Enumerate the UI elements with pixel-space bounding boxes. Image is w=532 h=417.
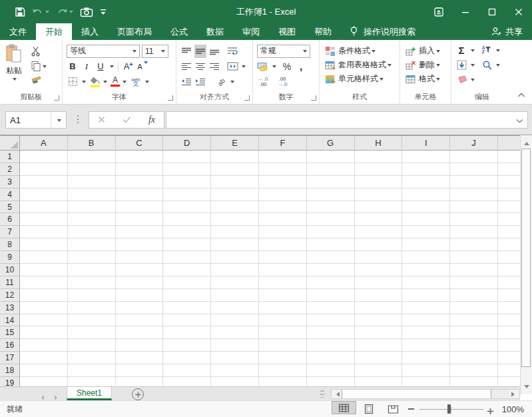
cell-H7[interactable] [355,226,403,238]
cell-B5[interactable] [68,201,116,214]
row-header-19[interactable]: 19 [0,377,20,386]
cell-H15[interactable] [355,326,403,339]
conditional-formatting-button[interactable]: 条件格式 [320,44,399,58]
cell-H17[interactable] [355,352,403,364]
cell-J4[interactable] [450,189,498,201]
horizontal-scrollbar[interactable] [331,389,520,399]
cell-partial-9[interactable] [498,251,520,264]
font-dialog-launcher[interactable] [168,95,173,101]
cell-J2[interactable] [450,163,498,176]
cell-partial-16[interactable] [498,339,520,352]
cell-partial-13[interactable] [498,302,520,314]
row-header-11[interactable]: 11 [0,276,20,289]
cell-partial-18[interactable] [498,364,520,377]
cell-J6[interactable] [450,213,498,226]
cell-A11[interactable] [20,276,68,289]
cell-C11[interactable] [116,276,164,289]
cell-B10[interactable] [68,264,116,276]
cell-styles-button[interactable]: 单元格样式 [320,72,399,86]
cell-D9[interactable] [163,251,211,264]
row-header-2[interactable]: 2 [0,163,20,176]
cell-C10[interactable] [116,264,164,276]
collapse-ribbon-button[interactable] [517,88,525,100]
cell-J1[interactable] [450,151,498,163]
cell-J19[interactable] [450,377,498,386]
maximize-button[interactable] [479,0,505,23]
cell-J10[interactable] [450,264,498,276]
cell-A14[interactable] [20,314,68,327]
cell-I10[interactable] [402,264,450,276]
cell-partial-11[interactable] [498,276,520,289]
cell-H13[interactable] [355,302,403,314]
cell-D18[interactable] [163,364,211,377]
cell-partial-15[interactable] [498,326,520,339]
name-box[interactable]: A1 [5,111,67,129]
format-cells-button[interactable]: 格式 [400,72,451,86]
cell-G16[interactable] [307,339,355,352]
cell-E14[interactable] [211,314,259,327]
cell-H6[interactable] [355,213,403,226]
accounting-format-button[interactable] [257,60,269,73]
find-select-button[interactable] [481,58,493,71]
row-header-6[interactable]: 6 [0,213,20,226]
row-header-13[interactable]: 13 [0,302,20,314]
cell-H3[interactable] [355,176,403,189]
cell-E8[interactable] [211,238,259,251]
row-header-3[interactable]: 3 [0,176,20,189]
cell-H14[interactable] [355,314,403,327]
cell-A8[interactable] [20,238,68,251]
column-header-G[interactable]: G [307,136,355,151]
column-header-H[interactable]: H [355,136,403,151]
cell-F17[interactable] [259,352,307,364]
cell-B2[interactable] [68,163,116,176]
cell-D19[interactable] [163,377,211,386]
redo-button[interactable] [56,7,73,17]
increase-indent-button[interactable] [194,75,206,89]
cell-J8[interactable] [450,238,498,251]
cell-F1[interactable] [259,151,307,163]
orientation-button[interactable]: ab [212,73,230,91]
cell-A12[interactable] [20,289,68,302]
cell-C14[interactable] [116,314,164,327]
tab-page-layout[interactable]: 页面布局 [108,23,161,40]
cell-B17[interactable] [68,352,116,364]
cell-F2[interactable] [259,163,307,176]
cell-B14[interactable] [68,314,116,327]
cell-B9[interactable] [68,251,116,264]
enter-button[interactable] [123,114,131,126]
increase-decimal-button[interactable]: ←.0 .00 [257,75,269,89]
cell-partial-6[interactable] [498,213,520,226]
font-size-select[interactable]: 11 [142,45,168,58]
italic-button[interactable]: I [81,60,93,73]
cell-E18[interactable] [211,364,259,377]
tab-home[interactable]: 开始 [36,23,72,40]
cell-G4[interactable] [307,189,355,201]
font-color-button[interactable]: A [111,75,120,89]
cell-G19[interactable] [307,377,355,386]
cell-D16[interactable] [163,339,211,352]
cell-C19[interactable] [116,377,164,386]
cell-D17[interactable] [163,352,211,364]
row-header-15[interactable]: 15 [0,326,20,339]
cell-C16[interactable] [116,339,164,352]
normal-view-button[interactable] [332,401,356,414]
page-layout-view-button[interactable] [356,401,381,417]
number-format-select[interactable]: 常规 [257,45,310,58]
cell-G12[interactable] [307,289,355,302]
cell-E15[interactable] [211,326,259,339]
cell-D8[interactable] [163,238,211,251]
cell-G11[interactable] [307,276,355,289]
format-painter-button[interactable] [28,73,47,88]
cell-F7[interactable] [259,226,307,238]
fill-color-button[interactable] [90,75,101,89]
cell-D4[interactable] [163,189,211,201]
formula-input[interactable] [166,111,528,129]
cell-H12[interactable] [355,289,403,302]
cell-A2[interactable] [20,163,68,176]
cell-I7[interactable] [402,226,450,238]
row-header-7[interactable]: 7 [0,226,20,238]
cell-A5[interactable] [20,201,68,214]
cell-G17[interactable] [307,352,355,364]
cell-C4[interactable] [116,189,164,201]
cell-I2[interactable] [402,163,450,176]
